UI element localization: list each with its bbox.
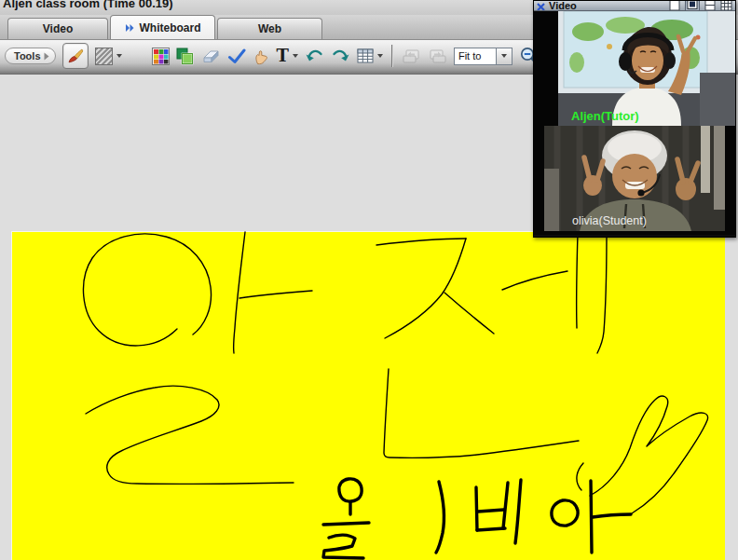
undo-button[interactable] (305, 48, 324, 64)
active-tab-arrow-icon (125, 23, 135, 33)
fill-pattern-dropdown-icon (116, 54, 122, 58)
table-grid-dropdown-icon (377, 54, 383, 58)
tools-button-label: Tools (14, 50, 41, 61)
video-panel: Video (533, 0, 736, 238)
fill-pattern-icon (95, 48, 113, 65)
color-palette-button[interactable] (152, 48, 170, 65)
window-title: Aljen class room (Time 00.19) (3, 0, 173, 10)
pan-hand-button[interactable] (253, 48, 270, 65)
hand-pointer-icon (253, 48, 270, 65)
video-panel-title: Video (549, 1, 577, 11)
tab-whiteboard[interactable]: Whiteboard (110, 15, 215, 39)
student-webcam-image: olivia(Student) (544, 126, 725, 231)
tutor-video-feed: Aljen(Tutor) (534, 11, 735, 126)
layout-single-button[interactable] (669, 1, 680, 11)
eraser-icon (200, 48, 221, 64)
redo-button[interactable] (331, 48, 350, 64)
zoom-fit-dropdown-icon (501, 54, 507, 58)
tab-video[interactable]: Video (7, 18, 108, 39)
page-back-icon (402, 48, 421, 64)
layout-split-icon (704, 1, 716, 11)
layout-grid-button[interactable] (720, 1, 732, 11)
table-grid-button[interactable] (357, 48, 383, 63)
student-video-feed: olivia(Student) (534, 126, 735, 235)
layout-grid-icon (720, 1, 732, 11)
brush-tool-button[interactable] (62, 43, 89, 69)
zoom-fit-select[interactable]: Fit to (454, 48, 512, 65)
layout-single-active-icon (685, 1, 700, 11)
undo-arrow-icon (305, 48, 324, 64)
fill-pattern-button[interactable] (95, 48, 122, 65)
text-tool-dropdown-icon (293, 54, 298, 58)
app-window: { "window": { "title": "Aljen class room… (0, 0, 738, 560)
text-tool-icon: T (277, 48, 289, 64)
shape-squares-icon (176, 48, 194, 65)
check-mark-icon (227, 48, 246, 64)
eraser-button[interactable] (200, 48, 221, 64)
layout-single-icon (669, 1, 680, 11)
tab-whiteboard-label: Whiteboard (140, 21, 201, 34)
tutor-name-label: Aljen(Tutor) (571, 109, 639, 123)
line-width-button[interactable] (129, 49, 145, 63)
shapes-button[interactable] (176, 48, 194, 65)
zoom-fit-value: Fit to (454, 48, 497, 65)
color-palette-icon (152, 48, 170, 65)
panel-x-icon (537, 3, 545, 11)
layout-single-active-button[interactable] (685, 1, 700, 11)
tutor-webcam-image: Aljen(Tutor) (558, 11, 735, 126)
table-grid-icon (357, 48, 374, 63)
layout-split-button[interactable] (704, 1, 716, 11)
zoom-fit-dropdown-button[interactable] (496, 48, 512, 65)
tab-web[interactable]: Web (217, 18, 322, 39)
student-name-label: olivia(Student) (572, 214, 647, 227)
tab-video-label: Video (43, 22, 73, 35)
whiteboard-canvas[interactable] (11, 231, 725, 560)
tools-button[interactable]: Tools (5, 48, 56, 64)
tools-arrow-icon (44, 52, 49, 61)
confirm-button[interactable] (227, 48, 246, 64)
page-forward-button[interactable] (428, 48, 447, 64)
page-forward-icon (428, 48, 447, 64)
text-tool-button[interactable]: T (277, 48, 298, 64)
paintbrush-icon (66, 48, 84, 65)
redo-arrow-icon (331, 48, 350, 64)
toolbar-separator (391, 45, 393, 67)
video-panel-titlebar[interactable]: Video (534, 1, 735, 11)
page-back-button[interactable] (402, 48, 421, 64)
tab-web-label: Web (258, 22, 281, 35)
